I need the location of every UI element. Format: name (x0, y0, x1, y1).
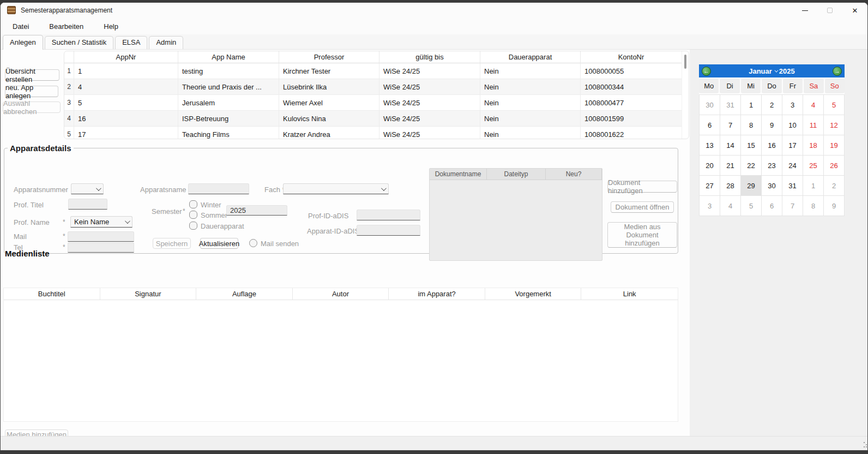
fach-select[interactable] (283, 183, 389, 194)
calendar-day[interactable]: 30 (700, 95, 720, 115)
table-row[interactable]: 517Teaching FilmsKratzer AndreaWiSe 24/2… (64, 127, 682, 139)
tab-suchen-statistik[interactable]: Suchen / Statistik (45, 36, 113, 49)
calendar-day[interactable]: 18 (803, 135, 824, 156)
calendar-day[interactable]: 9 (824, 196, 845, 216)
calendar-day[interactable]: 4 (720, 196, 741, 216)
calendar-day[interactable]: 1 (741, 95, 762, 115)
dokument-hinzufuegen-button[interactable]: Dokument hinzufügen (607, 181, 677, 193)
calendar-day[interactable]: 25 (803, 156, 824, 176)
menu-datei[interactable]: Datei (9, 20, 32, 33)
column-header-dokumentname[interactable]: Dokumentname (430, 169, 487, 180)
calendar-day[interactable]: 6 (762, 196, 782, 216)
close-button[interactable]: ✕ (842, 3, 867, 18)
calendar-day[interactable]: 12 (824, 115, 845, 135)
calendar-title[interactable]: Januar 2025 (749, 67, 795, 75)
calendar-day[interactable]: 6 (700, 115, 720, 135)
calendar-day[interactable]: 23 (762, 156, 782, 176)
calendar-day[interactable]: 7 (782, 196, 803, 216)
column-header-buchtitel[interactable]: Buchtitel (4, 288, 100, 300)
apps-table-scrollbar[interactable] (682, 51, 689, 139)
tab-elsa[interactable]: ELSA (115, 36, 147, 49)
calendar-prev-button[interactable]: ← (702, 67, 711, 76)
calendar-day[interactable]: 2 (762, 95, 782, 115)
column-header-auflage[interactable]: Auflage (196, 288, 293, 300)
column-header-dauerapparat[interactable]: Dauerapparat (480, 51, 581, 63)
dokument-oeffnen-button[interactable]: Dokument öffnen (611, 201, 674, 213)
tel-input[interactable] (68, 242, 134, 253)
auswahl-abbrechen-button[interactable]: Auswahl abbrechen (3, 101, 61, 113)
calendar-day[interactable]: 4 (803, 95, 824, 115)
calendar-day[interactable]: 30 (762, 176, 782, 196)
column-header-professor[interactable]: Professor (279, 51, 379, 63)
calendar-day[interactable]: 21 (720, 156, 741, 176)
mail-senden-checkbox[interactable] (249, 239, 257, 247)
calendar-day[interactable]: 27 (700, 176, 720, 196)
calendar-day[interactable]: 11 (803, 115, 824, 135)
calendar-day[interactable]: 5 (741, 196, 762, 216)
apparatsnummer-select[interactable] (71, 183, 104, 194)
calendar-day[interactable]: 2 (824, 176, 845, 196)
scrollbar-thumb[interactable] (684, 55, 686, 69)
column-header-dateityp[interactable]: Dateityp (487, 169, 546, 180)
calendar-day[interactable]: 16 (762, 135, 782, 156)
calendar-day[interactable]: 31 (782, 176, 803, 196)
table-row[interactable]: 24Theorie und Praxis der ...Lüsebrink Il… (64, 79, 682, 95)
calendar-day[interactable]: 14 (720, 135, 741, 156)
calendar-day[interactable]: 28 (720, 176, 741, 196)
calendar-day[interactable]: 31 (720, 95, 741, 115)
column-header-appnr[interactable]: AppNr (74, 51, 178, 63)
calendar-day[interactable]: 10 (782, 115, 803, 135)
table-row[interactable]: 35JerusalemWiemer AxelWiSe 24/25Nein1008… (64, 95, 682, 111)
prof-id-adis-input[interactable] (357, 210, 420, 220)
apparat-id-adis-input[interactable] (357, 225, 420, 236)
calendar-day[interactable]: 24 (782, 156, 803, 176)
calendar-day[interactable]: 3 (700, 196, 720, 216)
winter-radio[interactable] (189, 200, 197, 208)
calendar-day[interactable]: 13 (700, 135, 720, 156)
calendar-day[interactable]: 26 (824, 156, 845, 176)
resize-grip-icon[interactable] (859, 442, 865, 447)
column-header-autor[interactable]: Autor (293, 288, 389, 300)
tab-anlegen[interactable]: Anlegen (3, 35, 43, 50)
menu-bearbeiten[interactable]: Bearbeiten (46, 20, 87, 33)
table-row[interactable]: 416ISP-BetreuungKulovics NinaWiSe 24/25N… (64, 111, 682, 127)
column-header-signatur[interactable]: Signatur (100, 288, 197, 300)
column-header-gueltig-bis[interactable]: gültig bis (379, 51, 480, 63)
sommer-radio[interactable] (189, 211, 197, 219)
uebersicht-erstellen-button[interactable]: Übersicht erstellen (5, 69, 59, 81)
column-header-appname[interactable]: App Name (178, 51, 279, 63)
calendar-day[interactable]: 29 (741, 176, 762, 196)
calendar-day[interactable]: 1 (803, 176, 824, 196)
prof-name-select[interactable]: Kein Name (70, 216, 132, 228)
calendar-day[interactable]: 22 (741, 156, 762, 176)
table-row[interactable]: 11testingKirchner TesterWiSe 24/25Nein10… (64, 63, 682, 79)
apparatsname-input[interactable] (188, 183, 249, 194)
calendar-day[interactable]: 5 (824, 95, 845, 115)
column-header-vorgemerkt[interactable]: Vorgemerkt (485, 288, 582, 300)
dauerapparat-radio[interactable] (189, 222, 197, 230)
calendar-day[interactable]: 8 (803, 196, 824, 216)
calendar-day[interactable]: 15 (741, 135, 762, 156)
column-header-kontonr[interactable]: KontoNr (581, 51, 682, 63)
menu-help[interactable]: Help (100, 20, 122, 33)
prof-titel-input[interactable] (68, 199, 107, 210)
calendar-day[interactable]: 7 (720, 115, 741, 135)
calendar-next-button[interactable]: → (833, 67, 842, 76)
calendar-day[interactable]: 9 (762, 115, 782, 135)
calendar-day[interactable]: 17 (782, 135, 803, 156)
speichern-button[interactable]: Speichern (153, 238, 191, 249)
minimize-button[interactable] (792, 3, 817, 18)
column-header-link[interactable]: Link (581, 288, 678, 300)
column-header-neu[interactable]: Neu? (546, 169, 602, 180)
column-header-im-apparat[interactable]: im Apparat? (389, 288, 485, 300)
calendar-day[interactable]: 20 (700, 156, 720, 176)
neu-app-anlegen-button[interactable]: neu. App anlegen (5, 86, 58, 97)
calendar-day[interactable]: 8 (741, 115, 762, 135)
mail-input[interactable] (68, 231, 134, 242)
aktualisieren-button[interactable]: Aktualisieren (200, 238, 238, 249)
calendar-day[interactable]: 19 (824, 135, 845, 156)
tab-admin[interactable]: Admin (149, 36, 183, 49)
semester-year-input[interactable]: 2025 (226, 205, 287, 216)
medien-aus-dokument-button[interactable]: Medien aus Dokument hinzufügen (607, 222, 677, 248)
calendar-day[interactable]: 3 (782, 95, 803, 115)
